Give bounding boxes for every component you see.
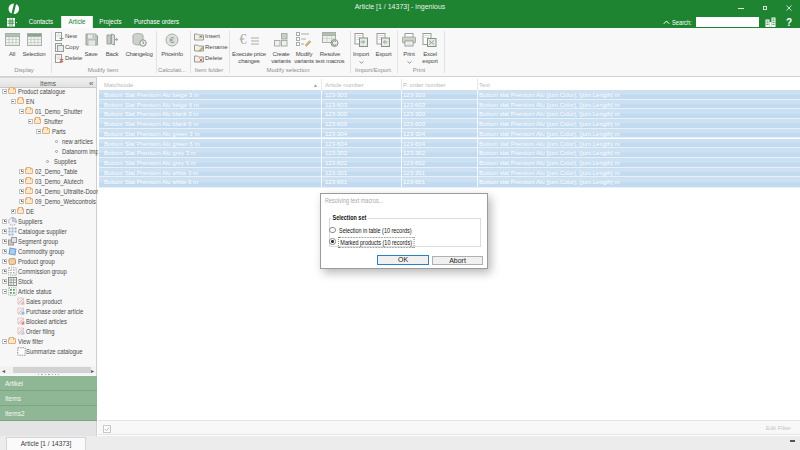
svg-text:€: € xyxy=(240,32,247,47)
svg-text:€: € xyxy=(169,35,174,45)
